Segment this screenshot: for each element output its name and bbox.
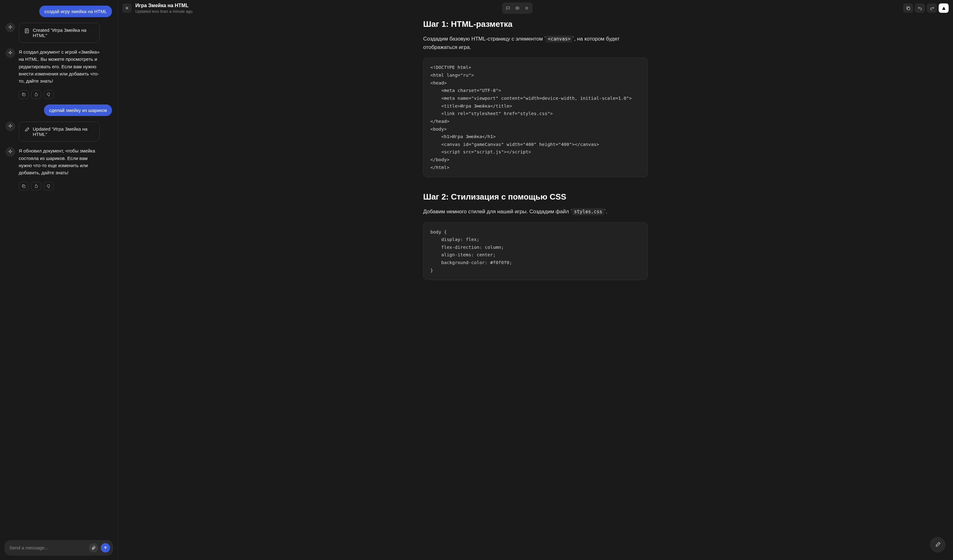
run-button[interactable] <box>939 3 948 13</box>
thumbs-up-button[interactable] <box>31 182 41 191</box>
step-1-paragraph: Создадим базовую HTML-страницу с элемент… <box>423 35 648 51</box>
paperclip-icon <box>92 546 96 550</box>
code-block-css[interactable]: body { display: flex; flex-direction: co… <box>423 222 648 280</box>
artifact-card-label: Created "Игра Змейка на HTML" <box>33 28 95 38</box>
ai-avatar <box>6 48 15 58</box>
svg-rect-10 <box>908 8 910 10</box>
message-composer <box>5 540 113 555</box>
document-content[interactable]: Шаг 1: HTML-разметка Создадим базовую HT… <box>118 16 953 560</box>
view-mode-toggle <box>502 3 532 14</box>
document-header: Игра Змейка на HTML Updated less than a … <box>118 0 953 16</box>
user-message: сделай змейку из шариков <box>44 104 112 116</box>
message-actions <box>19 182 112 191</box>
send-button[interactable] <box>101 543 110 552</box>
edit-icon <box>24 127 29 132</box>
undo-icon <box>918 6 922 11</box>
triangle-icon <box>941 6 946 11</box>
close-icon <box>125 6 129 10</box>
comment-icon <box>506 6 510 10</box>
inline-code: styles.css <box>572 208 604 215</box>
message-actions <box>19 90 112 99</box>
document-icon <box>24 28 29 34</box>
artifact-card-updated[interactable]: Updated "Игра Змейка на HTML" <box>19 122 100 141</box>
undo-button[interactable] <box>915 3 925 13</box>
thumbs-down-button[interactable] <box>43 182 54 191</box>
header-actions <box>903 3 948 13</box>
copy-icon <box>906 6 911 11</box>
preview-button[interactable] <box>513 4 522 12</box>
inline-code: <canvas> <box>546 36 572 42</box>
pencil-icon <box>934 541 941 548</box>
code-block-html[interactable]: <!DOCTYPE html> <html lang="ru"> <head> … <box>423 58 648 177</box>
list-icon <box>525 6 529 10</box>
ai-message: Я обновил документ, чтобы змейка состоял… <box>19 147 100 176</box>
step-2-paragraph: Добавим немного стилей для нашей игры. С… <box>423 207 648 216</box>
step-1-heading: Шаг 1: HTML-разметка <box>423 19 648 29</box>
attach-button[interactable] <box>89 543 98 552</box>
copy-button[interactable] <box>19 182 29 191</box>
document-subtitle: Updated less than a minute ago <box>135 9 498 14</box>
arrow-up-icon <box>103 546 107 550</box>
user-message: создай игру змейка на HTML <box>39 6 112 17</box>
eye-icon <box>515 6 520 10</box>
list-button[interactable] <box>522 4 531 12</box>
document-pane: Игра Змейка на HTML Updated less than a … <box>118 0 953 560</box>
redo-button[interactable] <box>927 3 937 13</box>
ai-avatar <box>6 147 15 157</box>
step-2-heading: Шаг 2: Стилизация с помощью CSS <box>423 192 648 202</box>
artifact-card-label: Updated "Игра Змейка на HTML" <box>33 126 95 137</box>
copy-doc-button[interactable] <box>903 3 913 13</box>
artifact-card-created[interactable]: Created "Игра Змейка на HTML" <box>19 23 100 43</box>
thumbs-up-button[interactable] <box>31 90 41 99</box>
svg-rect-5 <box>23 186 25 188</box>
ai-avatar <box>6 122 15 131</box>
edit-fab[interactable] <box>930 537 945 552</box>
ai-avatar <box>6 23 15 32</box>
svg-point-6 <box>517 8 518 9</box>
redo-icon <box>930 6 934 11</box>
close-button[interactable] <box>122 3 132 13</box>
comment-button[interactable] <box>503 4 513 12</box>
svg-rect-4 <box>23 94 25 96</box>
chat-scroll[interactable]: создай игру змейка на HTML Created "Игра… <box>0 0 118 536</box>
copy-button[interactable] <box>19 90 29 99</box>
document-title: Игра Змейка на HTML <box>135 3 498 8</box>
chat-sidebar: создай игру змейка на HTML Created "Игра… <box>0 0 118 560</box>
ai-message: Я создал документ с игрой «Змейка» на HT… <box>19 48 100 84</box>
thumbs-down-button[interactable] <box>43 90 54 99</box>
